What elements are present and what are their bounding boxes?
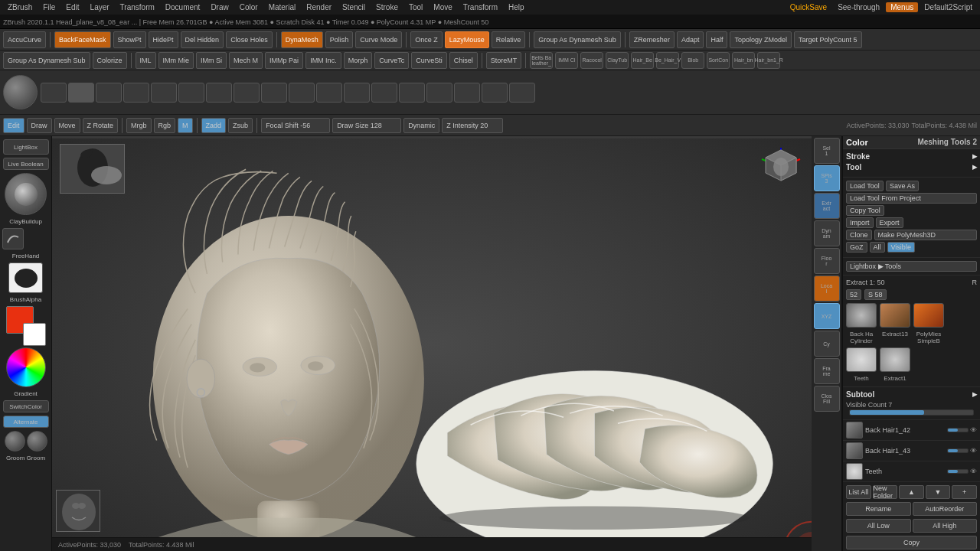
polymies-simpleb-thumb[interactable] xyxy=(913,303,944,328)
color-swatch-container[interactable] xyxy=(6,306,46,346)
dynamicsub-btn[interactable]: Dynam xyxy=(814,220,840,246)
menu-document[interactable]: Document xyxy=(161,2,205,12)
topologyzmodel-btn[interactable]: Topology ZModel xyxy=(730,31,792,48)
morph-btn[interactable]: Morph xyxy=(344,52,373,69)
immsize-btn[interactable]: IMm Si xyxy=(196,52,227,69)
zintensity-label[interactable]: Z Intensity 20 xyxy=(442,118,503,133)
hidept-btn[interactable]: HidePt xyxy=(149,31,178,48)
focalshift-label[interactable]: Focal Shift -56 xyxy=(261,118,330,133)
polish-btn[interactable]: Polish xyxy=(325,31,354,48)
brush17[interactable] xyxy=(482,83,508,103)
belt-brush[interactable]: Belts Ba leather_ xyxy=(530,52,553,69)
brush11[interactable] xyxy=(316,83,342,103)
imminci-btn[interactable]: IMM Inc. xyxy=(305,52,341,69)
extract1-thumb[interactable] xyxy=(880,347,910,372)
half-btn[interactable]: Half xyxy=(706,31,727,48)
brush18[interactable] xyxy=(509,83,535,103)
cy-btn[interactable]: Cy xyxy=(814,331,840,357)
storemt-btn[interactable]: StoreMT xyxy=(486,52,522,69)
lightbox-btn-side[interactable]: LightBox xyxy=(3,139,49,155)
list-all-btn[interactable]: List All xyxy=(846,485,871,499)
extract-val1[interactable]: 52 xyxy=(846,289,861,300)
menu-layer[interactable]: Layer xyxy=(86,2,114,12)
m-btn[interactable]: M xyxy=(178,118,193,133)
subtool-item-backhair43[interactable]: Back Hair1_43 👁 xyxy=(843,441,980,461)
hairbnr-brush[interactable]: Hair_bn1_R xyxy=(757,52,780,69)
menu-zbrush[interactable]: ZBrush xyxy=(3,2,37,12)
adapt-btn[interactable]: Adapt xyxy=(677,31,704,48)
brush14[interactable] xyxy=(399,83,425,103)
curvemode-btn[interactable]: Curve Mode xyxy=(355,31,402,48)
delhidden-btn[interactable]: Del Hidden xyxy=(181,31,224,48)
visible-btn[interactable]: Visible xyxy=(887,242,915,253)
brush15[interactable] xyxy=(426,83,452,103)
backhair43-slider[interactable] xyxy=(947,448,969,453)
rename-btn[interactable]: Rename xyxy=(846,502,911,516)
zremesher-btn[interactable]: ZRemesher xyxy=(629,31,675,48)
tool-expand[interactable]: ▶ xyxy=(972,164,977,171)
teeth-thumb[interactable] xyxy=(846,347,877,372)
move-btn[interactable]: Move xyxy=(54,118,80,133)
menu-material[interactable]: Material xyxy=(264,2,301,12)
hairbe-brush[interactable]: Hair_Be xyxy=(631,52,654,69)
new-folder-btn[interactable]: New Folder xyxy=(873,485,898,499)
brush9[interactable] xyxy=(261,83,287,103)
subtool-item-backhair42[interactable]: Back Hair1_42 👁 xyxy=(843,420,980,441)
backhair43-eye[interactable]: 👁 xyxy=(970,447,977,455)
load-from-project-btn[interactable]: Load Tool From Project xyxy=(846,193,977,204)
brush7[interactable] xyxy=(206,83,232,103)
racocol-brush[interactable]: Racocol xyxy=(580,52,603,69)
brush3[interactable] xyxy=(96,83,122,103)
extract13-thumb[interactable] xyxy=(880,303,910,328)
brush16[interactable] xyxy=(454,83,480,103)
menu-edit[interactable]: Edit xyxy=(61,2,83,12)
menu-transform2[interactable]: Transform xyxy=(459,2,502,12)
menu-help[interactable]: Help xyxy=(504,2,529,12)
copy-tool-btn[interactable]: Copy Tool xyxy=(846,205,884,216)
load-tool-btn[interactable]: Load Tool xyxy=(846,181,884,191)
teeth-eye[interactable]: 👁 xyxy=(970,468,977,475)
all-low-btn[interactable]: All Low xyxy=(846,519,911,533)
drawsize-label[interactable]: Draw Size 128 xyxy=(332,118,401,133)
spl3-btn[interactable]: SPls3 xyxy=(814,165,840,191)
sortcon-brush[interactable]: SortCon xyxy=(707,52,730,69)
menu-move[interactable]: Move xyxy=(429,2,456,12)
copy-subtool-btn[interactable]: Copy xyxy=(846,536,977,549)
brush8[interactable] xyxy=(234,83,260,103)
default2script[interactable]: Default2Script xyxy=(920,2,977,12)
alternate-btn[interactable]: Alternate xyxy=(3,416,49,428)
brush4[interactable] xyxy=(123,83,149,103)
freehand-icon[interactable] xyxy=(2,228,24,249)
import-btn[interactable]: Import xyxy=(846,217,874,228)
hairbn-brush[interactable]: Hair_bn xyxy=(732,52,755,69)
brush1[interactable] xyxy=(41,83,67,103)
immime-btn[interactable]: IMm Mie xyxy=(158,52,194,69)
oncez-btn[interactable]: Once Z xyxy=(410,31,443,48)
menu-stroke[interactable]: Stroke xyxy=(371,2,403,12)
chisel-btn[interactable]: Chisel xyxy=(449,52,478,69)
menu-transform[interactable]: Transform xyxy=(116,2,159,12)
groom-icon2[interactable] xyxy=(27,431,47,452)
lazymouse-btn[interactable]: LazyMouse xyxy=(445,31,489,48)
draw-btn[interactable]: Draw xyxy=(27,118,52,133)
mrgb-btn[interactable]: Mrgb xyxy=(126,118,152,133)
autorecorder-btn[interactable]: AutoReorder xyxy=(913,502,978,516)
brush-alpha-icon[interactable] xyxy=(8,262,43,293)
iml-btn[interactable]: IML xyxy=(136,52,156,69)
zsub-btn[interactable]: Zsub xyxy=(228,118,253,133)
immcl-brush[interactable]: IMM Cl xyxy=(555,52,578,69)
stroke-expand[interactable]: ▶ xyxy=(972,153,977,160)
makepolymesh-btn[interactable]: Make PolyMesh3D xyxy=(874,230,977,240)
lightbox-tools-btn[interactable]: Lightbox ▶ Tools xyxy=(846,261,977,272)
menu-color[interactable]: Color xyxy=(235,2,263,12)
accucurve-btn[interactable]: AccuCurve xyxy=(3,31,46,48)
hairbe2-brush[interactable]: Be_Hair_V xyxy=(656,52,679,69)
frame-btn[interactable]: Frame xyxy=(814,358,840,384)
backhair42-slider[interactable] xyxy=(947,428,969,432)
groupas-btn[interactable]: Group As Dynamesh Sub xyxy=(534,31,621,48)
targetpolycount-btn[interactable]: Target PolyCount 5 xyxy=(794,31,862,48)
viewport-thumbnail[interactable] xyxy=(60,144,125,194)
export-btn[interactable]: Export xyxy=(876,217,903,228)
zadd-btn[interactable]: Zadd xyxy=(201,118,227,133)
closefill-btn[interactable]: ClosFill xyxy=(814,386,840,412)
